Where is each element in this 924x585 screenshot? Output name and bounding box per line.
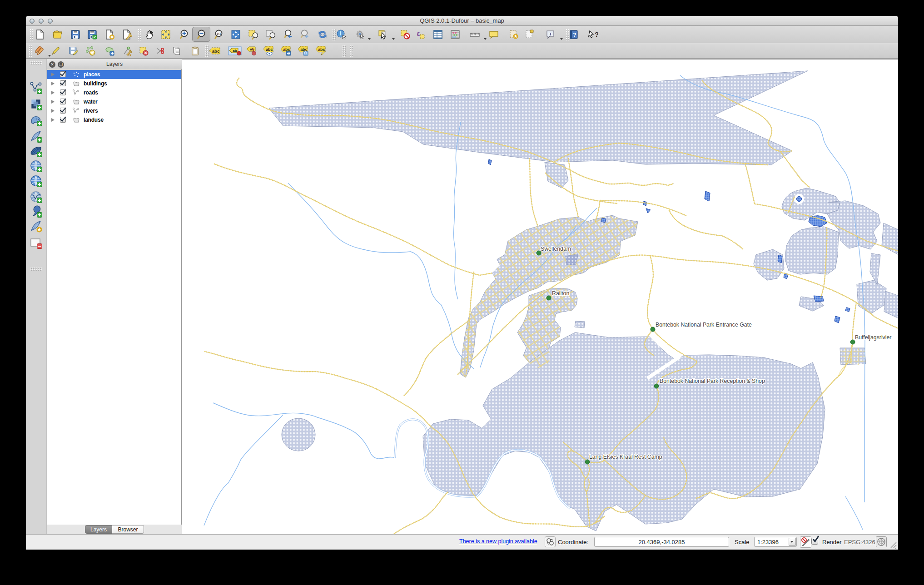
svg-text:T: T xyxy=(549,32,552,36)
svg-text:?: ? xyxy=(595,30,598,38)
svg-text:Swellendam: Swellendam xyxy=(541,246,571,252)
svg-text:ε: ε xyxy=(417,30,420,37)
svg-text:Buffeljagsrivier: Buffeljagsrivier xyxy=(855,334,891,341)
svg-text:Railton: Railton xyxy=(552,290,569,297)
svg-text:Lang Elsies Kraal Rest Camp: Lang Elsies Kraal Rest Camp xyxy=(589,454,662,460)
svg-text:ab: ab xyxy=(233,49,237,53)
svg-text:Bontebok National Park Recepti: Bontebok National Park Reception & Shop xyxy=(660,378,765,384)
svg-text:1:1: 1:1 xyxy=(216,32,221,35)
svg-text:Bontebok National Park Entranc: Bontebok National Park Entrance Gate xyxy=(656,322,752,328)
